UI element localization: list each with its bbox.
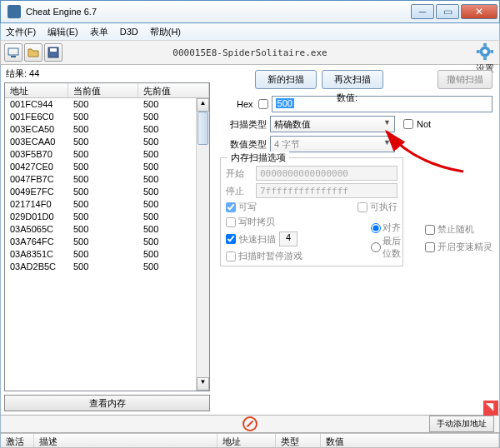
menu-table[interactable]: 表单 (90, 26, 108, 38)
hex-checkbox[interactable] (258, 99, 268, 109)
stop-address-input[interactable]: 7fffffffffffffff (256, 183, 398, 198)
no-entry-icon[interactable] (242, 416, 258, 431)
titlebar: Cheat Engine 6.7 ─ ▭ ✕ (0, 0, 500, 23)
address-row[interactable]: 003ECA50500500 (5, 123, 209, 136)
menubar: 文件(F) 编辑(E) 表单 D3D 帮助(H) (0, 23, 500, 40)
col-address2[interactable]: 地址 (218, 434, 276, 447)
col-description[interactable]: 描述 (34, 434, 218, 447)
pause-game-checkbox[interactable] (226, 251, 236, 261)
svg-point-5 (482, 49, 488, 54)
address-row[interactable]: 03A764FC500500 (5, 236, 209, 248)
svg-rect-7 (483, 57, 487, 60)
memory-scan-options-group: 内存扫描选项 开始 0000000000000000 停止 7fffffffff… (220, 157, 403, 266)
address-row[interactable]: 001FE6C0500500 (5, 111, 209, 123)
last-digit-radio[interactable] (371, 242, 381, 252)
col-previous[interactable]: 先前值 (138, 83, 209, 97)
value-type-label: 数值类型 (220, 138, 267, 151)
address-row[interactable]: 0049E7FC500500 (5, 186, 209, 198)
scroll-up-button[interactable]: ▲ (197, 98, 209, 112)
align-radio[interactable] (371, 223, 381, 233)
menu-help[interactable]: 帮助(H) (150, 26, 181, 38)
fast-scan-label: 快速扫描 (239, 233, 276, 246)
undo-scan-button[interactable]: 撤销扫描 (438, 70, 492, 89)
speedhack-checkbox[interactable] (425, 242, 435, 252)
address-row[interactable]: 001FC944500500 (5, 98, 209, 111)
address-row[interactable]: 00427CE0500500 (5, 161, 209, 173)
col-address[interactable]: 地址 (5, 83, 68, 97)
result-count-label: 结果: 44 (1, 65, 213, 82)
value-label: 数值: (337, 92, 358, 104)
writable-checkbox[interactable] (226, 202, 236, 212)
next-scan-button[interactable]: 再次扫描 (322, 70, 383, 89)
address-list-scrollbar[interactable]: ▲ ▼ (196, 98, 209, 391)
view-memory-button[interactable]: 查看内存 (4, 395, 210, 411)
no-random-checkbox[interactable] (425, 225, 435, 235)
address-row[interactable]: 03A5065C500500 (5, 223, 209, 236)
address-row[interactable]: 03A8351C500500 (5, 248, 209, 261)
executable-label: 可执行 (370, 201, 398, 213)
menu-edit[interactable]: 编辑(E) (48, 26, 78, 38)
hex-label: Hex (237, 99, 253, 109)
memopt-title: 内存扫描选项 (228, 152, 289, 164)
menu-file[interactable]: 文件(F) (6, 26, 36, 38)
start-address-input[interactable]: 0000000000000000 (256, 166, 398, 181)
col-value[interactable]: 数值 (321, 434, 499, 447)
start-label: 开始 (226, 167, 251, 180)
new-scan-button[interactable]: 新的扫描 (255, 70, 317, 89)
speedhack-label: 开启变速精灵 (438, 241, 492, 253)
open-file-button[interactable] (24, 43, 42, 62)
fast-scan-checkbox[interactable] (226, 234, 236, 244)
computer-icon (7, 46, 20, 59)
address-row[interactable]: 029D01D0500500 (5, 211, 209, 223)
floppy-icon (48, 47, 59, 58)
svg-rect-1 (11, 56, 16, 57)
address-row[interactable]: 003F5B70500500 (5, 148, 209, 161)
no-random-label: 禁止随机 (438, 223, 474, 236)
svg-rect-3 (50, 48, 57, 52)
svg-rect-6 (483, 43, 487, 47)
menu-d3d[interactable]: D3D (120, 27, 138, 37)
process-name-label: 000015E8-SpiderSolitaire.exe (172, 47, 327, 58)
cheat-table[interactable]: 激活 描述 地址 类型 数值 ◀ ▶ (0, 433, 500, 448)
address-row[interactable]: 003ECAA0500500 (5, 136, 209, 148)
svg-rect-0 (8, 48, 18, 55)
address-list-header: 地址 当前值 先前值 (5, 83, 209, 98)
address-row[interactable]: 021714F0500500 (5, 198, 209, 211)
save-button[interactable] (44, 43, 62, 62)
scroll-down-button[interactable]: ▼ (197, 377, 209, 391)
open-process-button[interactable] (4, 43, 22, 62)
stop-label: 停止 (226, 185, 251, 197)
scan-type-label: 扫描类型 (220, 118, 267, 131)
window-title: Cheat Engine 6.7 (26, 7, 411, 17)
executable-checkbox[interactable] (358, 202, 368, 212)
window-maximize-button[interactable]: ▭ (436, 4, 459, 19)
cow-label: 写时拷贝 (238, 216, 275, 228)
col-active[interactable]: 激活 (1, 434, 34, 447)
app-icon (8, 5, 21, 18)
mid-toolbar: 手动添加地址 (0, 415, 500, 433)
alignment-input[interactable]: 4 (279, 231, 298, 246)
corner-marker-icon[interactable] (483, 401, 498, 416)
toolbar: 000015E8-SpiderSolitaire.exe 设置 (0, 40, 500, 65)
folder-open-icon (28, 47, 39, 58)
value-type-combo[interactable]: 4 字节 (270, 136, 395, 152)
address-row[interactable]: 03AD2B5C500500 (5, 261, 209, 273)
value-input[interactable]: 500 (272, 96, 492, 112)
not-label: Not (417, 119, 431, 129)
address-list[interactable]: 地址 当前值 先前值 001FC944500500001FE6C05005000… (4, 82, 210, 391)
address-row[interactable]: 0047FB7C500500 (5, 173, 209, 186)
scan-type-combo[interactable]: 精确数值 (270, 116, 395, 132)
col-current[interactable]: 当前值 (68, 83, 138, 97)
svg-rect-9 (490, 50, 493, 53)
writable-label: 可写 (238, 201, 257, 213)
settings-gear-icon (476, 42, 494, 61)
pause-label: 扫描时暂停游戏 (238, 250, 302, 262)
window-minimize-button[interactable]: ─ (411, 4, 434, 19)
add-address-manual-button[interactable]: 手动添加地址 (429, 416, 494, 432)
window-close-button[interactable]: ✕ (461, 4, 498, 19)
not-checkbox[interactable] (403, 119, 413, 129)
copy-on-write-checkbox[interactable] (226, 217, 236, 227)
col-type[interactable]: 类型 (276, 434, 321, 447)
svg-rect-8 (477, 50, 480, 53)
scroll-thumb[interactable] (198, 112, 208, 145)
